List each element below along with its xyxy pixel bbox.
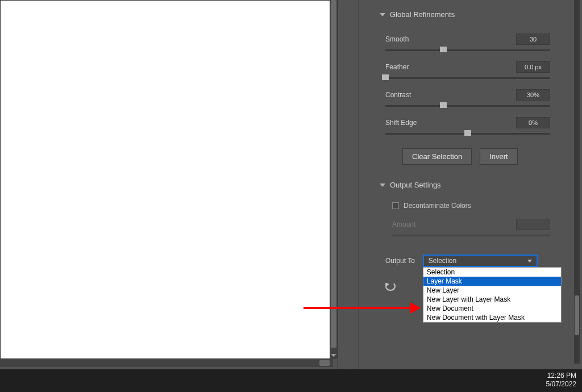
dropdown-selected: Selection (429, 257, 456, 265)
time: 12:26 PM (546, 372, 576, 380)
feather-label: Feather (385, 63, 409, 71)
section-title: Global Refinements (390, 10, 455, 19)
decontaminate-label: Decontaminate Colors (404, 202, 471, 210)
slider-handle[interactable] (440, 47, 447, 52)
horizontal-scrollbar[interactable] (0, 359, 333, 367)
panel-divider (338, 0, 359, 369)
output-to-dropdown[interactable]: Selection (423, 255, 538, 267)
reset-icon[interactable] (385, 282, 396, 291)
decontaminate-checkbox[interactable] (392, 202, 399, 209)
scrollbar-thumb[interactable] (331, 0, 336, 348)
output-settings-header[interactable]: Output Settings (359, 170, 582, 194)
smooth-slider[interactable] (385, 49, 550, 51)
annotation-arrow (304, 307, 419, 309)
dropdown-list[interactable]: SelectionLayer MaskNew LayerNew Layer wi… (423, 267, 562, 323)
system-clock[interactable]: 12:26 PM 5/07/2022 (546, 372, 576, 389)
amount-value (516, 219, 550, 230)
shift-edge-label: Shift Edge (385, 119, 417, 127)
date: 5/07/2022 (546, 380, 576, 389)
canvas[interactable] (0, 0, 333, 359)
chevron-down-icon (380, 13, 385, 16)
taskbar[interactable]: 12:26 PM 5/07/2022 (0, 369, 582, 392)
smooth-label: Smooth (385, 35, 409, 43)
invert-button[interactable]: Invert (480, 148, 518, 165)
shift-edge-value[interactable]: 0% (516, 117, 550, 128)
dropdown-option[interactable]: Layer Mask (423, 277, 561, 286)
dropdown-option[interactable]: New Layer with Layer Mask (423, 295, 561, 304)
chevron-down-icon (380, 184, 385, 187)
scrollbar-thumb[interactable] (319, 360, 330, 366)
vertical-scrollbar[interactable] (330, 0, 338, 359)
scroll-down-icon[interactable] (331, 354, 336, 357)
amount-label: Amount (392, 220, 415, 228)
shift-edge-slider[interactable] (385, 133, 550, 135)
feather-slider[interactable] (385, 77, 550, 79)
output-to-label: Output To (385, 257, 415, 265)
dropdown-option[interactable]: New Layer (423, 286, 561, 295)
clear-selection-button[interactable]: Clear Selection (402, 148, 472, 165)
feather-value[interactable]: 0.0 px (516, 61, 550, 73)
smooth-value[interactable]: 30 (516, 34, 550, 45)
contrast-slider[interactable] (385, 105, 550, 107)
panel-scrollbar[interactable] (574, 0, 580, 364)
contrast-value[interactable]: 30% (516, 89, 550, 101)
slider-handle[interactable] (440, 102, 447, 108)
slider-handle[interactable] (382, 74, 389, 80)
slider-handle[interactable] (464, 130, 471, 136)
global-refinements-header[interactable]: Global Refinements (359, 0, 582, 23)
dropdown-option[interactable]: New Document (423, 304, 561, 313)
contrast-label: Contrast (385, 91, 411, 99)
scrollbar-thumb[interactable] (575, 295, 579, 335)
dropdown-option[interactable]: New Document with Layer Mask (423, 313, 561, 322)
dropdown-option[interactable]: Selection (423, 268, 561, 277)
section-title: Output Settings (390, 181, 441, 189)
chevron-down-icon (527, 260, 532, 262)
